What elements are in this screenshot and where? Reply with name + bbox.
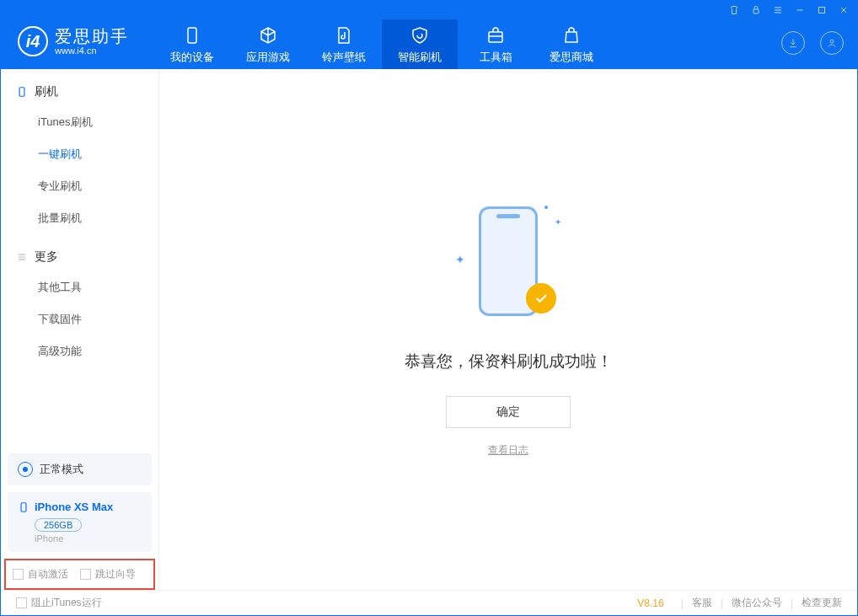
main-content: ✦ ✦ 恭喜您，保资料刷机成功啦！ 确定 查看日志 (159, 69, 857, 590)
logo-icon: i4 (18, 26, 48, 56)
sidebar-item-other-tools[interactable]: 其他工具 (1, 271, 158, 303)
tab-label: 爱思商城 (534, 50, 609, 65)
sidebar-head-flash: 刷机 (1, 84, 158, 106)
checkbox-label: 自动激活 (28, 567, 68, 581)
ok-button[interactable]: 确定 (446, 396, 571, 428)
device-card[interactable]: iPhone XS Max 256GB iPhone (8, 492, 152, 552)
download-button[interactable] (781, 31, 805, 55)
body: 刷机 iTunes刷机 一键刷机 专业刷机 批量刷机 更多 其他工具 下载固件 … (1, 69, 857, 590)
minimize-icon[interactable] (795, 5, 805, 15)
checkbox-label: 阻止iTunes运行 (31, 596, 102, 610)
bag-icon (534, 24, 609, 46)
shield-refresh-icon (382, 24, 458, 46)
list-icon (16, 251, 28, 263)
svg-rect-1 (819, 8, 825, 13)
footer-link-update[interactable]: 检查更新 (802, 596, 842, 610)
sidebar-title: 更多 (35, 249, 58, 265)
cube-icon (230, 24, 306, 46)
checkbox-skip-guide[interactable]: 跳过向导 (80, 567, 136, 581)
maximize-icon[interactable] (817, 5, 827, 15)
sidebar-item-oneclick-flash[interactable]: 一键刷机 (1, 138, 158, 170)
app-name: 爱思助手 (55, 27, 129, 46)
footer-right: V8.16 | 客服 | 微信公众号 | 检查更新 (637, 596, 842, 610)
tab-store[interactable]: 爱思商城 (534, 19, 609, 69)
tab-label: 铃声壁纸 (306, 50, 382, 65)
main-tabs: 我的设备 应用游戏 铃声壁纸 智能刷机 工具箱 爱思商城 (154, 19, 609, 69)
success-illustration: ✦ ✦ (453, 202, 563, 329)
device-capacity: 256GB (35, 518, 82, 532)
menu-icon[interactable] (773, 5, 783, 15)
toolbox-icon (458, 24, 534, 46)
footer-link-wechat[interactable]: 微信公众号 (732, 596, 782, 610)
app-url: www.i4.cn (55, 46, 129, 56)
version-label: V8.16 (637, 597, 663, 609)
checkbox-auto-activate[interactable]: 自动激活 (13, 567, 68, 581)
sidebar-item-download-firmware[interactable]: 下载固件 (1, 303, 158, 335)
tab-ringtone-wallpaper[interactable]: 铃声壁纸 (306, 19, 382, 69)
tab-my-device[interactable]: 我的设备 (154, 19, 230, 69)
svg-rect-2 (188, 28, 196, 43)
close-icon[interactable] (839, 5, 849, 15)
phone-icon (16, 86, 28, 98)
sidebar-item-advanced[interactable]: 高级功能 (1, 335, 158, 367)
sidebar-item-itunes-flash[interactable]: iTunes刷机 (1, 106, 158, 138)
svg-rect-0 (753, 9, 759, 13)
dot-icon (544, 206, 548, 209)
tab-label: 我的设备 (154, 50, 230, 65)
tab-label: 应用游戏 (230, 50, 306, 65)
tab-label: 工具箱 (458, 50, 534, 65)
device-name-row: iPhone XS Max (18, 501, 142, 513)
footer-link-support[interactable]: 客服 (692, 596, 712, 610)
titlebar (1, 1, 857, 19)
sidebar-bottom: 正常模式 iPhone XS Max 256GB iPhone 自动激活 跳过向… (1, 447, 158, 590)
options-row-highlighted: 自动激活 跳过向导 (4, 559, 155, 590)
sparkle-icon: ✦ (455, 253, 465, 266)
sidebar-title: 刷机 (35, 84, 58, 99)
tab-toolbox[interactable]: 工具箱 (458, 19, 534, 69)
header: i4 爱思助手 www.i4.cn 我的设备 应用游戏 铃声壁纸 智能刷机 工具… (1, 19, 857, 69)
success-message: 恭喜您，保资料刷机成功啦！ (405, 351, 613, 372)
mode-card[interactable]: 正常模式 (8, 453, 152, 485)
device-icon (154, 24, 230, 46)
checkbox-label: 跳过向导 (95, 567, 136, 581)
svg-point-4 (830, 40, 834, 43)
sidebar-head-more: 更多 (1, 249, 158, 271)
sidebar: 刷机 iTunes刷机 一键刷机 专业刷机 批量刷机 更多 其他工具 下载固件 … (1, 69, 159, 590)
sparkle-icon: ✦ (555, 217, 561, 227)
tab-label: 智能刷机 (382, 50, 458, 65)
svg-rect-3 (489, 32, 502, 42)
footer: 阻止iTunes运行 V8.16 | 客服 | 微信公众号 | 检查更新 (1, 590, 857, 615)
tab-apps-games[interactable]: 应用游戏 (230, 19, 306, 69)
sidebar-group-flash: 刷机 iTunes刷机 一键刷机 专业刷机 批量刷机 (1, 69, 158, 234)
mode-label: 正常模式 (40, 462, 83, 477)
music-file-icon (306, 24, 382, 46)
lock-icon[interactable] (751, 5, 761, 15)
phone-small-icon (18, 501, 29, 513)
success-check-icon (526, 283, 556, 313)
sidebar-group-more: 更多 其他工具 下载固件 高级功能 (1, 234, 158, 367)
device-name: iPhone XS Max (35, 501, 113, 513)
svg-rect-5 (19, 88, 24, 97)
shirt-icon[interactable] (729, 5, 739, 15)
user-button[interactable] (820, 31, 844, 55)
sidebar-item-pro-flash[interactable]: 专业刷机 (1, 170, 158, 202)
view-log-link[interactable]: 查看日志 (488, 443, 528, 458)
app-logo: i4 爱思助手 www.i4.cn (18, 19, 129, 56)
mode-icon (18, 462, 33, 477)
header-actions (781, 19, 844, 55)
sidebar-item-batch-flash[interactable]: 批量刷机 (1, 202, 158, 234)
svg-rect-6 (21, 502, 26, 512)
device-type: iPhone (35, 533, 142, 544)
checkbox-block-itunes[interactable]: 阻止iTunes运行 (16, 596, 102, 610)
tab-smart-flash[interactable]: 智能刷机 (382, 19, 458, 69)
